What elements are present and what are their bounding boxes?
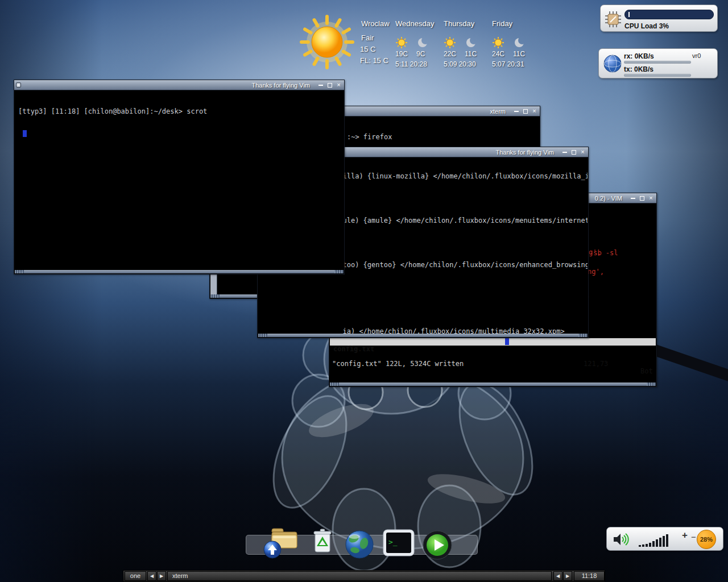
- moon-icon: [513, 36, 526, 49]
- taskbar-clock: 11:18: [574, 571, 605, 581]
- day-low: 9C: [416, 50, 425, 58]
- close-button[interactable]: ×: [579, 148, 586, 156]
- cpu-widget: CPU Load 3%: [600, 5, 718, 32]
- volume-level-bars[interactable]: [639, 532, 680, 547]
- volume-up-button[interactable]: +: [682, 530, 688, 541]
- workspace-label[interactable]: one: [125, 571, 146, 581]
- volume-widget: + − 28%: [606, 527, 723, 551]
- weather-condition: Fair: [361, 34, 374, 42]
- status-position: 121,73: [584, 360, 608, 368]
- network-widget: rx: 0KB/s vr0 tx: 0KB/s: [598, 48, 718, 78]
- weather-day-thursday: Thursday 22C11C 5:09 20:30: [444, 19, 489, 73]
- weather-city: Wroclaw: [361, 19, 390, 28]
- task-next-arrow[interactable]: ▶: [563, 571, 572, 581]
- day-sun-times: 5:07 20:31: [492, 60, 524, 68]
- net-interface-label: vr0: [692, 52, 701, 59]
- maximize-button[interactable]: [638, 194, 646, 202]
- net-tx-bar: [624, 74, 691, 77]
- svg-text:>_: >_: [388, 538, 398, 546]
- day-name: Friday: [492, 19, 512, 28]
- cpu-graph-tick: [628, 12, 630, 17]
- minimize-button[interactable]: [561, 148, 568, 156]
- resize-handle[interactable]: [15, 270, 344, 273]
- weather-day-friday: Friday 24C11C 5:07 20:31: [492, 19, 537, 73]
- window-title: Thanks for flying Vim: [22, 82, 316, 89]
- status-filename: config.txt: [333, 346, 374, 353]
- terminal-line: ia) </home/chilon/.fluxbox/icons/multime…: [260, 328, 588, 334]
- close-button[interactable]: ×: [335, 81, 342, 89]
- cpu-load-label: CPU Load 3%: [624, 22, 669, 30]
- vim-cursor: [505, 338, 509, 345]
- minimize-button[interactable]: [629, 194, 636, 202]
- weather-day-wednesday: Wednesday 19C9C 5:11 20:28: [395, 19, 441, 73]
- sun-icon: [290, 7, 367, 75]
- window-vim-scrot: Thanks for flying Vim × [ttyp3] [11:18] …: [14, 80, 345, 275]
- day-high: 24C: [492, 50, 504, 58]
- day-high: 22C: [444, 50, 456, 58]
- taskbar: one ◀ ▶ xterm ◀ ▶ 11:18: [123, 570, 605, 582]
- minimize-button[interactable]: [512, 107, 520, 115]
- weather-widget: Wroclaw Fair 15 C FL: 15 C Wednesday 19C…: [290, 5, 543, 74]
- maximize-button[interactable]: [326, 81, 333, 89]
- resize-handle[interactable]: [258, 334, 588, 337]
- terminal-content[interactable]: [ttyp3] [11:18] [chilon@babilon]:~/desk>…: [15, 91, 344, 270]
- cpu-load-graph: [624, 10, 714, 19]
- close-button[interactable]: ×: [531, 107, 538, 115]
- resize-handle[interactable]: [330, 383, 656, 386]
- day-high: 19C: [395, 50, 408, 58]
- media-player-icon[interactable]: [422, 530, 453, 560]
- wallpaper-cable: [650, 343, 728, 402]
- window-menu-icon[interactable]: [16, 82, 21, 88]
- day-name: Wednesday: [395, 19, 434, 28]
- close-button[interactable]: ×: [647, 194, 655, 202]
- cpu-chip-icon: [605, 11, 621, 27]
- sun-icon: [395, 36, 408, 49]
- workspace-prev-arrow[interactable]: ◀: [147, 571, 156, 581]
- terminal-icon[interactable]: >_: [382, 529, 415, 558]
- sun-icon: [492, 36, 504, 49]
- minimize-button[interactable]: [317, 81, 324, 89]
- sun-icon: [444, 36, 456, 49]
- net-tx-label: tx: 0KB/s: [624, 65, 653, 73]
- terminal-line: [260, 306, 588, 313]
- terminal-line: [260, 284, 588, 291]
- speaker-icon[interactable]: [613, 532, 630, 547]
- status-end: Bot: [640, 368, 653, 375]
- recycle-bin-icon[interactable]: [311, 527, 334, 554]
- up-launcher-icon[interactable]: [263, 540, 282, 559]
- maximize-button[interactable]: [570, 148, 577, 156]
- day-low: 11C: [513, 50, 525, 58]
- day-sun-times: 5:11 20:28: [395, 60, 427, 68]
- vim-statusline: config.txt 121,73 Bot: [330, 338, 656, 346]
- volume-down-button[interactable]: −: [691, 532, 696, 542]
- terminal-line: [ttyp3] [11:18] [chilon@babilon]:~/desk>…: [18, 108, 340, 115]
- globe-icon: [603, 54, 622, 73]
- day-sun-times: 5:09 20:30: [444, 60, 476, 68]
- terminal-cursor: [23, 130, 27, 137]
- day-name: Thursday: [444, 19, 474, 28]
- prompt-line: [18, 130, 340, 138]
- workspace-next-arrow[interactable]: ▶: [157, 571, 166, 581]
- moon-icon: [465, 36, 477, 49]
- net-rx-label: rx: 0KB/s: [624, 52, 654, 60]
- titlebar[interactable]: Thanks for flying Vim ×: [14, 80, 344, 90]
- task-button-xterm[interactable]: xterm: [167, 571, 552, 581]
- volume-percent-badge: 28%: [697, 530, 716, 549]
- web-browser-icon[interactable]: [345, 530, 374, 559]
- weather-temp: 15 C: [360, 45, 375, 53]
- maximize-button[interactable]: [522, 107, 529, 115]
- task-prev-arrow[interactable]: ◀: [553, 571, 562, 581]
- weather-feels-like: FL: 15 C: [360, 56, 388, 65]
- moon-icon: [416, 36, 429, 49]
- net-rx-bar: [624, 61, 691, 64]
- day-low: 11C: [465, 50, 477, 58]
